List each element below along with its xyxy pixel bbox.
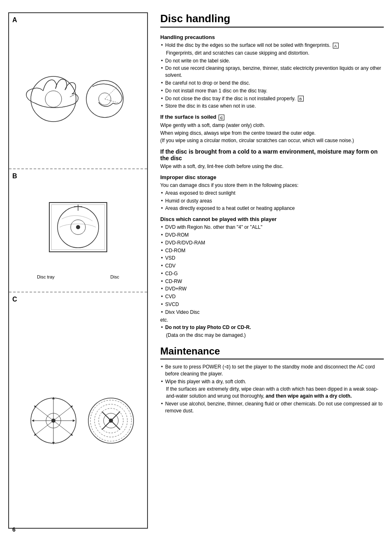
disc-item-photocdr: Do not try to play Photo CD or CD-R. [160, 324, 384, 331]
section-b-label: B [12, 173, 17, 180]
svg-point-11 [76, 225, 80, 229]
maintenance-bold: and then wipe again with a dry cloth. [266, 393, 352, 399]
disc-item-6: CDV [160, 262, 384, 269]
handling-item-3: Do not use record cleaning sprays, benzi… [160, 65, 384, 79]
disc-item-12: Divx Video Disc [160, 309, 384, 316]
maintenance-item-4: Never use alcohol, benzine, thinner, cle… [160, 401, 384, 414]
storage-item-3: Areas directly exposed to a heat outlet … [160, 205, 384, 212]
right-panel: Disc handling Handling precautions Hold … [160, 12, 384, 529]
svg-line-5 [105, 87, 117, 99]
section-a-label: A [12, 16, 17, 24]
disc-item-2: DVD-ROM [160, 232, 384, 239]
disc-item-9: DVD+RW [160, 285, 384, 292]
disc-item-11: SVCD [160, 301, 384, 308]
disc-item-photocdr-bold: Do not try to play Photo CD or CD-R. [165, 325, 251, 330]
surface-soiled-line2: When wiping discs, always wipe from the … [160, 130, 384, 137]
moisture-heading: If the disc is brought from a cold to a … [160, 148, 384, 161]
diagram-b: Disc tray Disc [13, 173, 143, 288]
section-c-label: C [12, 296, 17, 303]
maintenance-title: Maintenance [160, 345, 384, 359]
improper-storage-heading: Improper disc storage [160, 174, 384, 180]
disc-item-etc: etc. [160, 317, 384, 324]
diagram-c [13, 297, 143, 524]
box-c: C [219, 115, 224, 120]
storage-item-2: Humid or dusty areas [160, 198, 384, 205]
handling-item-2: Do not write on the label side. [160, 58, 384, 64]
surface-soiled-line3: (If you wipe using a circular motion, ci… [160, 137, 384, 144]
improper-storage-intro: You can damage discs if you store them i… [160, 182, 384, 189]
disc-item-1: DVD with Region No. other than "4" or "A… [160, 224, 384, 231]
disc-item-3: DVD-R/DVD-RAM [160, 239, 384, 246]
page-title: Disc handling [160, 12, 384, 28]
maintenance-item-2: Wipe this player with a dry, soft cloth. [160, 378, 384, 385]
handling-item-1: Hold the disc by the edges so the surfac… [160, 42, 384, 49]
surface-soiled-heading: If the surface is soiled C [160, 114, 384, 120]
handling-precautions-heading: Handling precautions [160, 34, 384, 40]
page-number: 6 [12, 526, 16, 533]
handling-precautions-section: Handling precautions Hold the disc by th… [160, 34, 384, 110]
svg-point-1 [45, 91, 62, 107]
surface-soiled-section: If the surface is soiled C Wipe gently w… [160, 114, 384, 144]
moisture-section: If the disc is brought from a cold to a … [160, 148, 384, 170]
disc-item-5: VSD [160, 255, 384, 262]
disc-label: Disc [111, 274, 119, 279]
improper-storage-section: Improper disc storage You can damage dis… [160, 174, 384, 212]
storage-item-1: Areas exposed to direct sunlight [160, 190, 384, 197]
handling-item-4: Be careful not to drop or bend the disc. [160, 80, 384, 87]
maintenance-item-3: If the surfaces are extremely dirty, wip… [160, 386, 384, 400]
disc-item-8: CD-RW [160, 278, 384, 285]
handling-item-1-sub: Fingerprints, dirt and scratches can cau… [160, 50, 384, 57]
discs-cannot-play-heading: Discs which cannot be played with this p… [160, 216, 384, 222]
diagram-a [13, 17, 143, 164]
svg-line-6 [105, 99, 119, 103]
disc-item-10: CVD [160, 293, 384, 300]
box-a: A [333, 43, 339, 48]
section-c: C [9, 292, 147, 528]
left-panel: A [8, 12, 148, 529]
svg-line-17 [53, 406, 72, 421]
disc-item-4: CD-ROM [160, 247, 384, 254]
box-b: B [298, 96, 304, 101]
svg-line-2 [70, 95, 74, 97]
handling-item-7: Store the disc in its case when not in u… [160, 103, 384, 110]
svg-line-19 [53, 421, 72, 435]
svg-line-22 [35, 406, 53, 421]
disc-item-photocdr-sub: (Data on the disc may be damaged.) [160, 332, 384, 339]
section-b: B Disc tray Disc [9, 169, 147, 292]
diagram-c-svg [21, 380, 136, 454]
moisture-line: Wipe with a soft, dry, lint-free cloth b… [160, 163, 384, 170]
handling-item-5: Do not install more than 1 disc on the d… [160, 87, 384, 94]
handling-item-6: Do not close the disc tray if the disc i… [160, 95, 384, 102]
disc-labels: Disc tray Disc [37, 274, 119, 279]
disc-item-7: CD-G [160, 270, 384, 277]
disc-tray-label: Disc tray [37, 274, 55, 279]
section-a: A [9, 13, 147, 169]
discs-cannot-play-section: Discs which cannot be played with this p… [160, 216, 384, 339]
surface-soiled-line1: Wipe gently with a soft, damp (water onl… [160, 122, 384, 129]
diagram-a-svg [21, 33, 136, 157]
svg-line-24 [35, 421, 53, 435]
diagram-b-svg [29, 190, 127, 272]
maintenance-section: Be sure to press POWER (⏿) to set the pl… [160, 364, 384, 414]
maintenance-item-1: Be sure to press POWER (⏿) to set the pl… [160, 364, 384, 378]
